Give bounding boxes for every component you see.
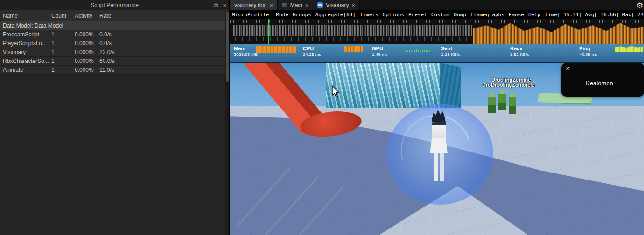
- table-header: Name Count Activity Rate: [0, 10, 229, 21]
- mouse-cursor-icon: [331, 85, 340, 100]
- stat-cpu: CPU 24.25 ms: [299, 44, 368, 62]
- stat-value: 40.08 ms: [579, 52, 644, 57]
- cell-activity: 0.000%: [75, 31, 99, 38]
- microprofile-title: MicroProfile: [232, 12, 269, 18]
- panel-title: Script Performance: [91, 2, 139, 8]
- column-header-name[interactable]: Name: [3, 13, 51, 19]
- tab-close-icon[interactable]: ×: [269, 2, 273, 8]
- stat-value: 2.52 KB/s: [510, 52, 575, 57]
- zombie-nametag: DroDroolingZombiele: [482, 82, 534, 88]
- zombie-group: DroolingZombie DroDroolingZombiele: [488, 89, 531, 122]
- stat-label: Sent: [441, 46, 506, 51]
- cell-count: 1: [51, 40, 75, 47]
- player-leg: [440, 153, 444, 181]
- stat-sent: Sent 1.23 KB/s: [437, 44, 506, 62]
- menu-item-preset[interactable]: Preset: [408, 12, 427, 18]
- table-section-header[interactable]: Data Model: Data Model: [0, 21, 229, 30]
- stat-gpu: GPU 1.48 ms: [368, 44, 437, 62]
- tab-main-script[interactable]: Main ×: [278, 0, 314, 10]
- cell-count: 1: [51, 58, 75, 64]
- panel-scrollbar[interactable]: [225, 11, 229, 235]
- cell-count: 1: [51, 49, 75, 55]
- column-header-count[interactable]: Count: [51, 13, 75, 19]
- table-empty-area: [0, 75, 225, 235]
- microprofile-menubar: MicroProfile Mode Groups Aggregate[60] T…: [230, 10, 644, 19]
- timeline-marker-line: [268, 19, 269, 44]
- zombie-character: [488, 92, 496, 115]
- cell-activity: 0.000%: [75, 49, 99, 55]
- menu-item-timers[interactable]: Timers: [360, 12, 378, 18]
- scrollbar-thumb[interactable]: [226, 12, 229, 82]
- table-row[interactable]: Animate 1 0.000% 11.0/s: [0, 66, 229, 75]
- menu-item-groups[interactable]: Groups: [293, 12, 311, 18]
- table-row[interactable]: RbxCharacterSo... 1 0.000% 60.0/s: [0, 57, 229, 66]
- panel-titlebar[interactable]: Script Performance ⧉ ×: [0, 0, 229, 10]
- cell-count: 1: [51, 31, 75, 38]
- tab-visionary-rbxl[interactable]: visionary.rbxl ×: [230, 0, 278, 10]
- cell-count: 1: [51, 67, 75, 73]
- menu-item-mode[interactable]: Mode: [276, 12, 288, 18]
- script-performance-panel: Script Performance ⧉ × Name Count Activi…: [0, 0, 230, 235]
- timeline-ticks: [230, 20, 644, 23]
- menu-item-pause[interactable]: Pause: [509, 12, 524, 18]
- studio-window: Script Performance ⧉ × Name Count Activi…: [0, 0, 644, 235]
- table-row[interactable]: PlayerScriptsLo... 1 0.000% 0.0/s: [0, 39, 229, 48]
- player-hair: [432, 110, 445, 122]
- stat-recv: Recv 2.52 KB/s: [506, 44, 575, 62]
- cell-activity: 0.000%: [75, 67, 99, 73]
- water-block: [326, 63, 461, 108]
- stat-ping: Ping 40.08 ms: [575, 44, 644, 62]
- panel-close-icon[interactable]: ×: [223, 2, 226, 8]
- menu-item-flamegraphs[interactable]: Flamegraphs: [470, 12, 504, 18]
- tab-close-icon[interactable]: ×: [351, 2, 355, 8]
- cell-name: FreecamScript: [3, 31, 51, 38]
- stat-value: 1.48 ms: [372, 52, 437, 57]
- zombie-character: [508, 93, 517, 116]
- water-block-front: [326, 63, 440, 108]
- column-header-activity[interactable]: Activity: [75, 13, 99, 19]
- tab-label: Main: [290, 2, 302, 8]
- settings-gear-icon[interactable]: ⚙: [637, 0, 644, 10]
- cell-rate: 0.0/s: [99, 40, 229, 47]
- menu-item-help[interactable]: Help: [528, 12, 541, 18]
- column-header-rate[interactable]: Rate: [99, 13, 229, 19]
- cpu-sparkline: [344, 46, 363, 52]
- player-context-popup: × Kealomon: [561, 63, 644, 97]
- cell-name: Animate: [3, 67, 51, 73]
- menu-item-custom[interactable]: Custom: [431, 12, 450, 18]
- cell-name: PlayerScriptsLo...: [3, 40, 51, 47]
- player-leg: [434, 153, 438, 181]
- menu-item-aggregate[interactable]: Aggregate[60]: [315, 12, 356, 18]
- player-coat: [430, 138, 448, 153]
- undock-icon[interactable]: ⧉: [214, 2, 218, 8]
- timeline-current-frame-line: [614, 19, 614, 44]
- script-icon: [282, 2, 287, 8]
- performance-stats-bar: Mem 3028.93 MB CPU 24.25 ms GPU 1.48 ms …: [230, 44, 644, 63]
- menu-item-options[interactable]: Options: [383, 12, 404, 18]
- mem-sparkline: [256, 46, 296, 53]
- player-character: [430, 110, 448, 183]
- menu-item-dump[interactable]: Dump: [454, 12, 466, 18]
- cell-activity: 0.000%: [75, 58, 99, 64]
- timeline-frame-bars: [473, 21, 644, 44]
- stat-value: 24.25 ms: [303, 52, 368, 57]
- player-name-label: Kealomon: [561, 80, 637, 87]
- game-viewport[interactable]: DroolingZombie DroDroolingZombiele: [230, 63, 644, 235]
- cell-name: RbxCharacterSo...: [3, 58, 51, 64]
- tab-close-icon[interactable]: ×: [305, 2, 309, 8]
- cell-rate: 22.0/s: [99, 49, 229, 55]
- editor-area: visionary.rbxl × Main × Visionary × ⚙ Mi…: [230, 0, 644, 235]
- zombie-character: [498, 90, 506, 112]
- stat-value: 1.23 KB/s: [441, 52, 506, 57]
- billboard-icon: [317, 2, 323, 8]
- cell-activity: 0.000%: [75, 40, 99, 47]
- tab-visionary-script[interactable]: Visionary ×: [313, 0, 360, 10]
- tab-label: Visionary: [326, 2, 349, 8]
- table-row[interactable]: FreecamScript 1 0.000% 0.0/s: [0, 30, 229, 39]
- cell-rate: 0.0/s: [99, 31, 229, 38]
- stat-label: Recv: [510, 46, 575, 51]
- table-row[interactable]: Visionary 1 0.000% 22.0/s: [0, 48, 229, 57]
- cell-rate: 11.0/s: [99, 67, 229, 73]
- microprofile-timeline[interactable]: [230, 19, 644, 44]
- popup-close-icon[interactable]: ×: [566, 65, 570, 72]
